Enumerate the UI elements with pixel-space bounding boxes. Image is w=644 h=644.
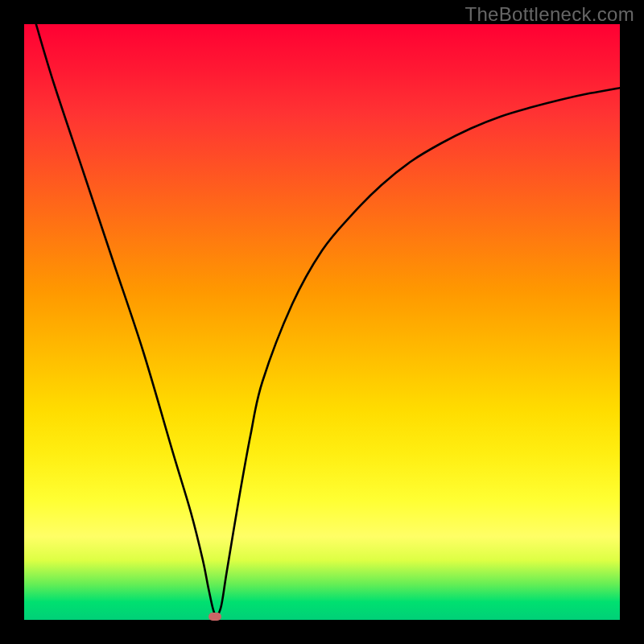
bottleneck-curve: [36, 24, 620, 615]
chart-frame: TheBottleneck.com: [0, 0, 644, 644]
plot-area: [24, 24, 620, 620]
watermark-text: TheBottleneck.com: [464, 3, 634, 26]
minimum-marker: [208, 613, 221, 621]
curve-layer: [24, 24, 620, 620]
